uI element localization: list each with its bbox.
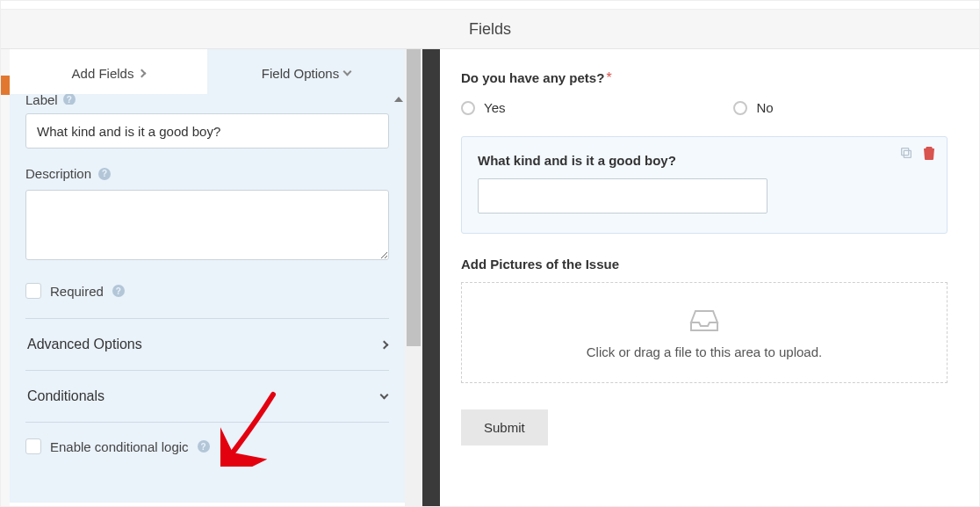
- selected-field-card[interactable]: What kind and is it a good boy?: [461, 136, 948, 234]
- radio-no-label: No: [756, 100, 773, 115]
- file-dropzone[interactable]: Click or drag a file to this area to upl…: [461, 282, 948, 383]
- radio-yes-label: Yes: [484, 100, 505, 115]
- section-advanced-label: Advanced Options: [27, 337, 142, 352]
- required-label: Required: [50, 284, 104, 299]
- description-textarea[interactable]: [25, 190, 389, 260]
- radio-icon: [733, 101, 747, 115]
- chevron-right-icon: [380, 340, 389, 349]
- submit-button[interactable]: Submit: [461, 409, 548, 445]
- scroll-thumb[interactable]: [407, 49, 421, 346]
- sidebar-tabs: Add Fields Field Options: [10, 49, 405, 98]
- chevron-right-icon: [138, 69, 147, 77]
- required-star-icon: *: [606, 70, 611, 85]
- chevron-down-icon: [380, 391, 389, 400]
- section-conditionals-label: Conditionals: [27, 388, 104, 404]
- scrollbar[interactable]: [392, 94, 405, 105]
- radio-option-no[interactable]: No: [733, 100, 773, 115]
- tab-add-fields-label: Add Fields: [72, 66, 134, 81]
- tab-add-fields[interactable]: Add Fields: [10, 49, 207, 98]
- selected-field-input[interactable]: [478, 178, 767, 214]
- label-text: Label: [25, 94, 58, 105]
- dropzone-text: Click or drag a file to this area to upl…: [587, 344, 822, 359]
- trash-icon[interactable]: [922, 146, 936, 160]
- help-icon[interactable]: ?: [63, 94, 76, 105]
- question-label: Do you have any pets?: [461, 70, 604, 85]
- duplicate-icon[interactable]: [899, 146, 913, 160]
- inbox-icon: [688, 307, 720, 336]
- help-icon[interactable]: ?: [112, 285, 125, 297]
- svg-rect-0: [904, 150, 911, 157]
- left-rail: [1, 49, 10, 506]
- section-conditionals[interactable]: Conditionals: [25, 371, 389, 423]
- scroll-up-icon: [394, 97, 403, 102]
- label-field-heading: Label ?: [25, 94, 389, 105]
- selected-field-label: What kind and is it a good boy?: [478, 153, 931, 168]
- page-title: Fields: [1, 10, 979, 49]
- section-advanced-options[interactable]: Advanced Options: [25, 319, 389, 371]
- description-label: Description ?: [25, 166, 389, 181]
- enable-conditional-checkbox[interactable]: [25, 438, 41, 454]
- label-input[interactable]: [25, 113, 389, 148]
- chevron-down-icon: [343, 68, 352, 76]
- radio-icon: [461, 101, 475, 115]
- description-label-text: Description: [25, 166, 91, 181]
- tab-field-options[interactable]: Field Options: [207, 49, 405, 98]
- form-preview: Do you have any pets?* Yes No: [440, 49, 979, 506]
- radio-option-yes[interactable]: Yes: [461, 100, 505, 115]
- required-checkbox[interactable]: [25, 283, 41, 299]
- tab-field-options-label: Field Options: [262, 66, 339, 81]
- help-icon[interactable]: ?: [198, 440, 210, 453]
- svg-rect-1: [902, 148, 909, 156]
- help-icon[interactable]: ?: [98, 168, 111, 180]
- upload-field-label: Add Pictures of the Issue: [461, 257, 948, 272]
- enable-conditional-label: Enable conditional logic: [50, 439, 189, 454]
